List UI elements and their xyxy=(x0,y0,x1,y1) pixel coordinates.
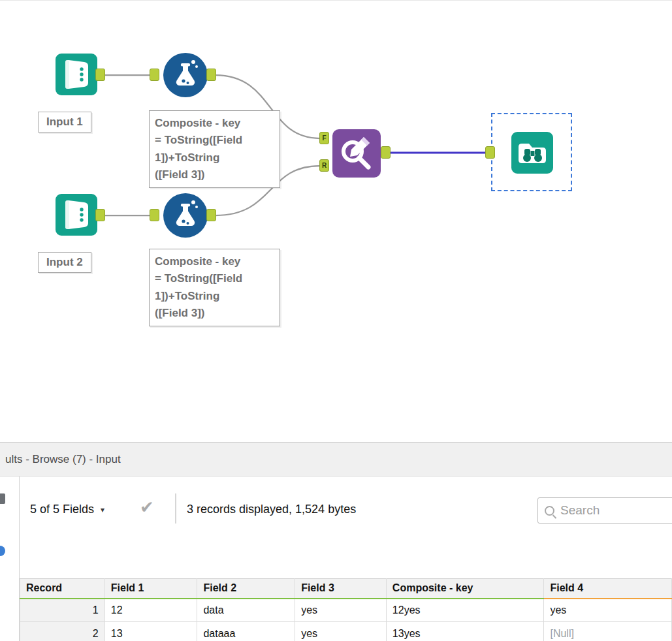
results-body: 5 of 5 Fields ▾ ✔ 3 records displayed, 1… xyxy=(0,477,672,641)
formula-icon xyxy=(162,52,209,99)
formula2-output-anchor[interactable] xyxy=(206,209,216,221)
cell-field2[interactable]: data xyxy=(197,599,295,622)
cell-field2[interactable]: dataaa xyxy=(197,622,295,641)
column-header-field4[interactable]: Field 4 xyxy=(544,579,672,599)
table-row[interactable]: 1 12 data yes 12yes yes xyxy=(20,599,672,622)
input1-output-anchor[interactable] xyxy=(95,69,105,81)
column-header-field3[interactable]: Field 3 xyxy=(295,579,387,599)
formula1-annotation[interactable]: Composite - key = ToString([Field 1])+To… xyxy=(149,110,280,188)
input-data-tool-1[interactable] xyxy=(55,53,98,96)
search-icon xyxy=(545,506,554,516)
input-data-icon xyxy=(55,53,98,96)
connection-wires xyxy=(0,1,672,442)
formula1-input-anchor[interactable] xyxy=(150,69,159,81)
column-header-field2[interactable]: Field 2 xyxy=(197,579,295,599)
findreplace-f-input-anchor[interactable]: F xyxy=(319,132,329,144)
toolbar-divider xyxy=(175,493,176,524)
column-header-record[interactable]: Record xyxy=(20,579,105,599)
input2-label[interactable]: Input 2 xyxy=(38,252,91,273)
chevron-down-icon: ▾ xyxy=(101,505,104,514)
results-toolbar: 5 of 5 Fields ▾ ✔ 3 records displayed, 1… xyxy=(20,477,672,544)
table-header-row: Record Field 1 Field 2 Field 3 Composite… xyxy=(20,579,672,599)
workflow-canvas[interactable]: Input 1 Composite - key = ToString([Fiel… xyxy=(0,1,672,442)
results-table: Record Field 1 Field 2 Field 3 Composite… xyxy=(20,578,672,641)
cell-composite-key[interactable]: 13yes xyxy=(386,622,544,641)
records-summary: 3 records displayed, 1,524 bytes xyxy=(187,503,356,516)
search-input[interactable] xyxy=(560,503,658,518)
alteryx-designer-screen: Input 1 Composite - key = ToString([Fiel… xyxy=(0,0,672,641)
findreplace-output-anchor[interactable] xyxy=(381,146,391,159)
input1-label[interactable]: Input 1 xyxy=(38,112,91,133)
table-row[interactable]: 2 13 dataaa yes 13yes [Null] xyxy=(20,622,672,641)
formula-icon xyxy=(162,192,209,239)
browse-icon xyxy=(511,131,554,174)
find-replace-tool[interactable] xyxy=(332,129,381,178)
browse-tool[interactable] xyxy=(511,131,554,174)
table-view-icon[interactable] xyxy=(0,493,5,504)
cell-field4[interactable]: yes xyxy=(544,599,672,622)
record-number-cell[interactable]: 1 xyxy=(20,599,105,622)
column-header-field1[interactable]: Field 1 xyxy=(104,579,197,599)
formula2-annotation[interactable]: Composite - key = ToString([Field 1])+To… xyxy=(149,249,280,326)
results-title: ults - Browse (7) - Input xyxy=(5,453,121,466)
cell-field4-null[interactable]: [Null] xyxy=(544,622,672,641)
cell-composite-key[interactable]: 12yes xyxy=(386,599,544,622)
formula-tool-1[interactable] xyxy=(162,52,209,99)
results-panel: ults - Browse (7) - Input 5 of 5 Fields … xyxy=(0,442,672,641)
browse-input-anchor[interactable] xyxy=(485,146,495,159)
input-data-icon xyxy=(55,193,98,236)
check-icon[interactable]: ✔ xyxy=(140,497,154,518)
formula-tool-2[interactable] xyxy=(162,192,209,239)
fields-summary: 5 of 5 Fields xyxy=(30,503,94,516)
info-icon[interactable] xyxy=(0,546,5,556)
input2-output-anchor[interactable] xyxy=(95,209,105,221)
fields-dropdown[interactable]: 5 of 5 Fields ▾ xyxy=(30,503,104,516)
formula2-input-anchor[interactable] xyxy=(150,209,159,221)
formula1-output-anchor[interactable] xyxy=(206,69,216,81)
findreplace-r-input-anchor[interactable]: R xyxy=(319,159,329,172)
cell-field3[interactable]: yes xyxy=(295,599,387,622)
cell-field3[interactable]: yes xyxy=(295,622,387,641)
record-number-cell[interactable]: 2 xyxy=(20,622,105,641)
cell-field1[interactable]: 13 xyxy=(104,622,197,641)
find-replace-icon xyxy=(332,129,381,178)
search-box[interactable] xyxy=(537,497,672,524)
column-header-composite-key[interactable]: Composite - key xyxy=(386,579,544,599)
input-data-tool-2[interactable] xyxy=(55,193,98,236)
cell-field1[interactable]: 12 xyxy=(104,599,197,622)
results-header: ults - Browse (7) - Input xyxy=(0,443,672,477)
results-left-toolbar[interactable] xyxy=(0,477,20,641)
